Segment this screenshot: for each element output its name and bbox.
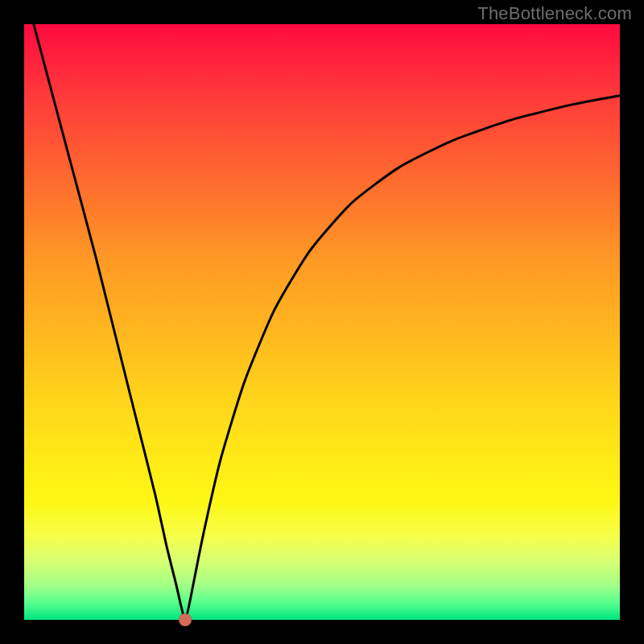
plot-area <box>24 24 620 620</box>
watermark-text: TheBottleneck.com <box>477 3 632 24</box>
chart-frame: TheBottleneck.com <box>0 0 644 644</box>
bottleneck-curve <box>24 0 620 620</box>
curve-svg <box>24 24 620 620</box>
minimum-marker <box>179 613 192 626</box>
